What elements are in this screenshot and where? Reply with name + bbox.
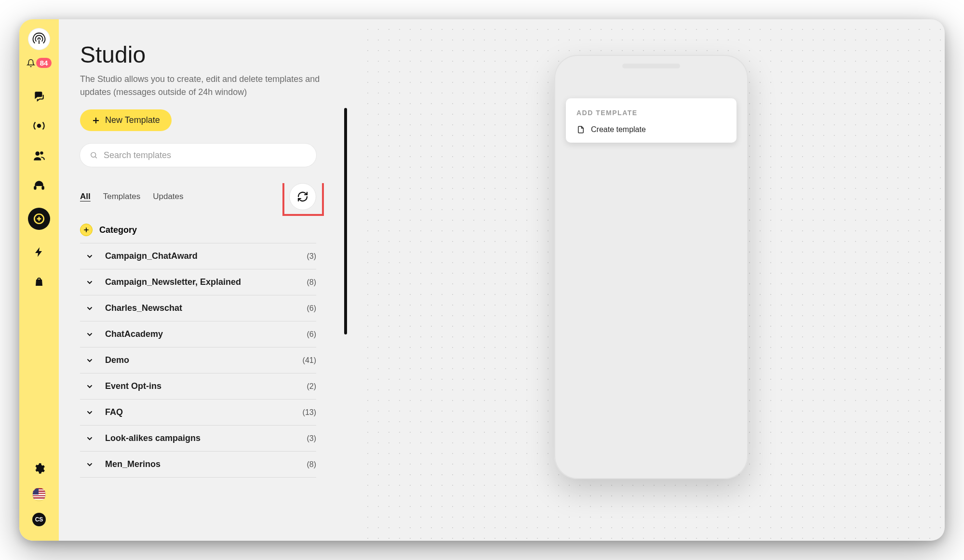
nav-shop[interactable] [31,274,47,290]
category-name: Campaign_Newsletter, Explained [102,277,298,287]
category-name: Event Opt-ins [102,381,298,391]
category-item[interactable]: ChatAcademy (6) [80,321,316,347]
chevron-down-icon [86,279,94,286]
template-list-area: All Templates Updates Category [80,183,358,541]
category-item[interactable]: Demo (41) [80,347,316,373]
add-template-card: ADD TEMPLATE Create template [566,98,736,143]
chevron-down-icon [86,409,94,416]
shopping-bag-icon [33,276,45,288]
page-subtitle: The Studio allows you to create, edit an… [80,73,321,99]
notifications-badge: 84 [36,58,52,68]
nav-broadcast[interactable] [31,118,47,133]
card-title: ADD TEMPLATE [576,109,726,117]
nav-settings[interactable] [31,461,47,476]
category-name: Look-alikes campaigns [102,433,298,443]
nav-calls[interactable] [31,178,47,193]
add-category-button[interactable] [80,224,93,236]
svg-rect-3 [34,186,36,190]
svg-point-2 [40,151,43,155]
chevron-down-icon [86,331,94,338]
category-count: (3) [307,434,316,443]
category-name: Men_Merinos [102,459,298,469]
category-name: Charles_Newschat [102,303,298,313]
studio-panel: Studio The Studio allows you to create, … [59,19,358,541]
avatar[interactable]: CS [32,513,46,526]
category-header: Category [80,218,316,243]
category-item[interactable]: FAQ (13) [80,400,316,426]
plus-icon [83,227,90,233]
preview-canvas: ADD TEMPLATE Create template [358,19,945,541]
new-template-label: New Template [105,115,160,125]
category-count: (8) [307,460,316,469]
tab-templates[interactable]: Templates [103,192,140,201]
category-item[interactable]: Campaign_ChatAward (3) [80,243,316,269]
category-count: (41) [303,356,316,365]
search-input[interactable] [103,150,307,161]
add-message-icon [33,213,45,225]
category-name: ChatAcademy [102,329,298,339]
category-count: (8) [307,278,316,287]
chevron-down-icon [86,305,94,312]
category-item[interactable]: Look-alikes campaigns (3) [80,426,316,452]
category-count: (2) [307,382,316,391]
svg-point-10 [91,152,96,157]
chevron-down-icon [86,253,94,260]
tab-all[interactable]: All [80,192,91,201]
contacts-icon [33,149,45,162]
category-count: (3) [307,252,316,261]
plus-icon [92,116,100,125]
new-template-button[interactable]: New Template [80,109,172,131]
document-icon [576,125,585,134]
svg-line-11 [95,157,97,158]
category-name: FAQ [102,407,294,417]
chevron-down-icon [86,357,94,364]
nav-automations[interactable] [31,244,47,260]
category-item[interactable]: Campaign_Newsletter, Explained (8) [80,269,316,295]
app-logo[interactable] [28,28,50,50]
chat-bubbles-icon [33,90,45,102]
sidebar-nav [28,88,50,290]
broadcast-icon [33,120,45,132]
search-icon [90,151,98,160]
notifications[interactable]: 84 [27,58,52,68]
fingerprint-icon [32,32,46,46]
nav-studio[interactable] [28,208,50,230]
category-name: Demo [102,355,294,365]
refresh-icon [297,191,308,202]
create-template-label: Create template [591,125,646,134]
page-title: Studio [80,41,358,68]
category-count: (13) [303,408,316,417]
phone-preview: ADD TEMPLATE Create template [554,55,748,479]
nav-contacts[interactable] [31,148,47,163]
bell-icon [27,59,35,67]
svg-point-1 [35,151,40,156]
nav-chats[interactable] [31,88,47,104]
category-count: (6) [307,330,316,339]
search-input-container[interactable] [80,144,316,167]
bolt-icon [33,246,45,258]
headset-icon [33,179,45,192]
chevron-down-icon [86,461,94,468]
chevron-down-icon [86,383,94,390]
category-name: Campaign_ChatAward [102,251,298,261]
category-item[interactable]: Men_Merinos (8) [80,452,316,478]
category-item[interactable]: Event Opt-ins (2) [80,373,316,400]
language-flag-us[interactable] [32,488,46,501]
main: Studio The Studio allows you to create, … [59,19,945,541]
sidebar: 84 [19,19,59,541]
refresh-button[interactable] [289,183,316,210]
tab-updates[interactable]: Updates [153,192,183,201]
chevron-down-icon [86,435,94,442]
create-template-action[interactable]: Create template [576,125,726,134]
svg-point-0 [38,124,41,128]
category-item[interactable]: Charles_Newschat (6) [80,295,316,321]
svg-rect-4 [41,186,44,190]
gear-icon [33,462,45,475]
category-header-label: Category [99,225,137,235]
category-count: (6) [307,304,316,313]
